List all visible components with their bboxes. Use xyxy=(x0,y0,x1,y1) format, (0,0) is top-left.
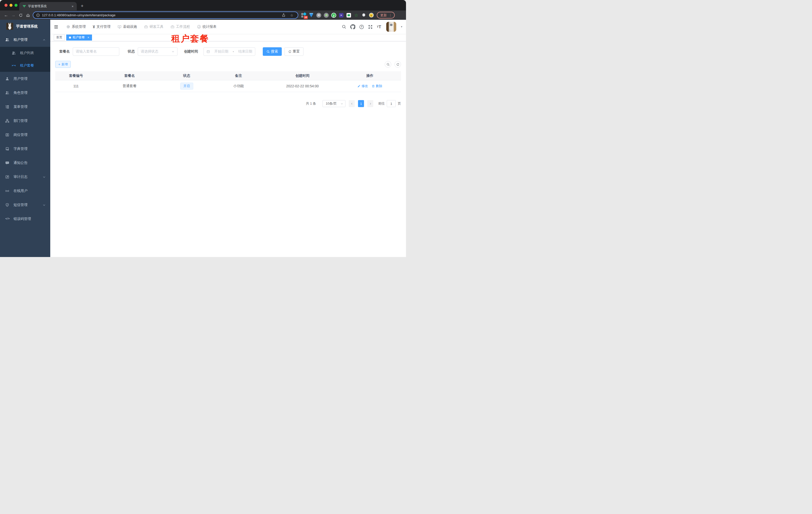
profile-avatar-icon[interactable] xyxy=(369,13,374,18)
refresh-button[interactable] xyxy=(395,61,401,67)
avatar-caret-down-icon[interactable]: ▼ xyxy=(401,26,403,28)
column-header: 状态 xyxy=(163,74,211,78)
extension-chat-icon[interactable] xyxy=(346,13,351,18)
top-nav-payment[interactable]: ¥ 支付管理 xyxy=(93,25,111,29)
tab-close-icon[interactable]: × xyxy=(71,4,74,8)
top-nav-dev-tools[interactable]: 研发工具 xyxy=(144,25,164,29)
prev-page-button[interactable] xyxy=(349,100,355,107)
help-icon[interactable]: ? xyxy=(359,24,364,29)
toolbox-icon xyxy=(171,25,174,29)
browser-menu-icon[interactable]: ⋮ xyxy=(389,13,392,17)
reset-button[interactable]: 重置 xyxy=(285,47,303,56)
sidebar-item-label: 用户管理 xyxy=(13,77,28,81)
extension-send-icon[interactable]: ➤ xyxy=(339,13,344,18)
delete-link[interactable]: 删除 xyxy=(372,84,382,88)
sidebar-item-tenant-management[interactable]: 租户管理 xyxy=(0,33,50,47)
home-icon[interactable] xyxy=(24,11,31,19)
top-nav-report[interactable]: 统计报表 xyxy=(197,25,216,29)
extension-command-icon[interactable]: ⌘ xyxy=(316,13,321,18)
top-nav-infrastructure[interactable]: 基础设施 xyxy=(117,25,137,29)
next-page-button[interactable] xyxy=(367,100,373,107)
bookmark-star-icon[interactable]: ☆ xyxy=(289,12,295,18)
share-icon[interactable] xyxy=(281,12,287,18)
user-icon xyxy=(5,77,9,81)
new-tab-button[interactable]: + xyxy=(81,3,84,9)
start-date-placeholder[interactable]: 开始日期 xyxy=(214,49,228,54)
sidebar-item-error-code[interactable]: </> 错误码管理 xyxy=(0,212,50,226)
extensions-puzzle-icon[interactable] xyxy=(361,13,366,18)
goto-label: 前往 xyxy=(378,101,385,106)
page-number-button[interactable]: 1 xyxy=(358,100,364,107)
user-avatar[interactable] xyxy=(386,22,396,32)
minimize-window-button[interactable] xyxy=(9,4,12,7)
top-nav: 系统管理 ¥ 支付管理 基础设施 研发工具 xyxy=(66,25,216,29)
pagination: 共 1 条 10条/页 1 前往 1 xyxy=(55,100,401,107)
end-date-placeholder[interactable]: 结束日期 xyxy=(238,49,252,54)
sidebar-item-tenant-package[interactable]: 租户套餐 xyxy=(0,59,50,72)
status-badge[interactable]: 开启 xyxy=(180,83,193,89)
sidebar-item-tenant-list[interactable]: 租户列表 xyxy=(0,47,50,59)
goto-page-input[interactable]: 1 xyxy=(387,100,396,107)
sidebar-item-user-management[interactable]: 用户管理 xyxy=(0,72,50,86)
sidebar-item-dict-management[interactable]: 字典管理 xyxy=(0,142,50,156)
chevron-down-icon xyxy=(43,176,46,179)
date-range-picker[interactable]: 开始日期 - 结束日期 xyxy=(203,47,255,56)
browser-tab[interactable]: 芋道管理系统 × xyxy=(19,2,77,10)
tag-close-icon[interactable]: × xyxy=(87,36,89,39)
reload-icon[interactable] xyxy=(17,11,24,19)
toolbox-icon xyxy=(144,25,148,29)
sidebar-item-menu-management[interactable]: 菜单管理 xyxy=(0,100,50,114)
search-icon[interactable] xyxy=(342,24,347,29)
sidebar-toggle-icon[interactable] xyxy=(50,25,62,29)
refresh-icon xyxy=(396,63,400,66)
sidebar-item-department-management[interactable]: 部门管理 xyxy=(0,114,50,128)
sidebar-item-audit-log[interactable]: 审计日志 xyxy=(0,170,50,184)
extension-dot-icon[interactable] xyxy=(324,13,329,18)
edit-link[interactable]: 修改 xyxy=(357,84,368,88)
shield-check-icon xyxy=(5,203,9,207)
page-size-wrap: 10条/页 xyxy=(322,100,346,107)
github-icon[interactable] xyxy=(350,24,355,29)
tag-home[interactable]: 首页 xyxy=(54,34,65,40)
extension-star-icon[interactable]: ☆ xyxy=(354,13,359,18)
fullscreen-icon[interactable] xyxy=(368,24,373,29)
sidebar-item-online-users[interactable]: 在线用户 xyxy=(0,184,50,198)
sidebar-item-label: 租户套餐 xyxy=(20,63,34,68)
extension-grid-icon[interactable]: 10 xyxy=(301,13,306,18)
top-nav-workflow[interactable]: 工作流程 xyxy=(171,25,190,29)
sidebar-item-label: 部门管理 xyxy=(13,118,28,123)
forward-icon[interactable]: → xyxy=(10,11,17,19)
extension-y-icon[interactable]: y xyxy=(331,13,336,18)
sidebar-item-role-management[interactable]: 角色管理 xyxy=(0,86,50,100)
sidebar-logo[interactable]: 芋道管理系统 xyxy=(0,20,50,33)
address-bar[interactable]: 127.0.0.1:48080/admin-ui/system/tenant/p… xyxy=(33,11,298,19)
user-group-icon xyxy=(5,91,9,95)
package-name-input[interactable]: 请输入套餐名 xyxy=(73,47,119,56)
filter-form: 套餐名 请输入套餐名 状态 请选择状态 创建时间 xyxy=(59,47,401,56)
font-size-icon[interactable]: TT xyxy=(377,24,381,29)
active-dot-icon xyxy=(69,36,71,38)
toggle-search-button[interactable] xyxy=(385,61,391,67)
status-select[interactable]: 请选择状态 xyxy=(138,47,177,56)
extension-gem-icon[interactable] xyxy=(309,13,314,18)
zoom-window-button[interactable] xyxy=(14,4,18,7)
sidebar-item-notice[interactable]: 通知公告 xyxy=(0,156,50,170)
tag-tenant-package[interactable]: 租户套餐 × xyxy=(66,34,92,40)
browser-update-button[interactable]: 更新 ⋮ xyxy=(377,12,395,19)
message-icon xyxy=(5,161,9,165)
close-window-button[interactable] xyxy=(4,4,7,7)
table-toolbar: + 新增 xyxy=(55,61,401,68)
browser-window: 芋道管理系统 × + ← → 127.0.0.1:48080/admin-ui/… xyxy=(0,0,406,257)
page-size-select[interactable]: 10条/页 xyxy=(322,100,346,107)
sidebar-item-label: 租户管理 xyxy=(13,37,28,42)
update-label: 更新 xyxy=(380,13,387,18)
search-button[interactable]: 搜索 xyxy=(263,47,282,56)
add-button[interactable]: + 新增 xyxy=(55,61,71,68)
site-info-icon[interactable] xyxy=(36,13,40,17)
dictionary-icon xyxy=(5,147,9,151)
back-icon[interactable]: ← xyxy=(2,11,10,19)
top-nav-system[interactable]: 系统管理 xyxy=(66,25,86,29)
url-text[interactable]: 127.0.0.1:48080/admin-ui/system/tenant/p… xyxy=(42,13,278,17)
sidebar-item-post-management[interactable]: 岗位管理 xyxy=(0,128,50,142)
sidebar-item-sms-management[interactable]: 短信管理 xyxy=(0,198,50,212)
